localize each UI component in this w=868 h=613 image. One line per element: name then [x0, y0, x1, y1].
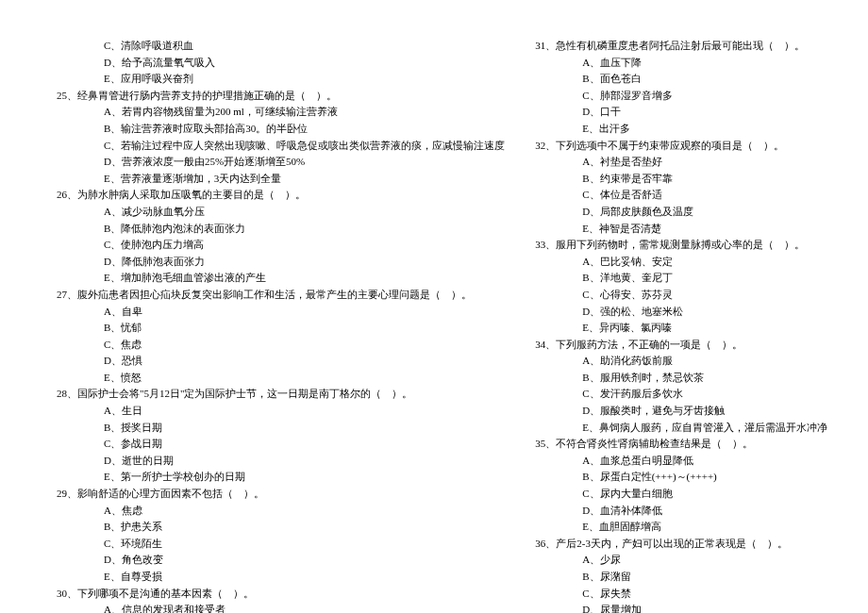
option-line: C、心得安、苏芬灵: [535, 287, 836, 304]
option-line: C、尿失禁: [535, 586, 836, 603]
option-line: B、输注营养液时应取头部抬高30。的半卧位: [57, 121, 505, 138]
option-line: D、角色改变: [57, 552, 505, 569]
question-line: 26、为肺水肿病人采取加压吸氧的主要目的是（ ）。: [57, 187, 505, 204]
option-line: A、血浆总蛋白明显降低: [535, 453, 836, 470]
option-line: D、给予高流量氧气吸入: [57, 55, 505, 72]
option-line: C、尿内大量白细胞: [535, 486, 836, 503]
option-line: E、神智是否清楚: [535, 221, 836, 238]
option-line: D、尿量增加: [535, 602, 836, 613]
option-line: C、肺部湿罗音增多: [535, 88, 836, 105]
option-line: B、忧郁: [57, 320, 505, 337]
option-line: E、自尊受损: [57, 569, 505, 586]
option-line: E、第一所护士学校创办的日期: [57, 469, 505, 486]
question-line: 32、下列选项中不属于约束带应观察的项目是（ ）。: [535, 138, 836, 155]
option-line: E、出汗多: [535, 121, 836, 138]
left-column: C、清除呼吸道积血D、给予高流量氧气吸入E、应用呼吸兴奋剂25、经鼻胃管进行肠内…: [57, 38, 505, 613]
option-line: C、发汗药服后多饮水: [535, 386, 836, 403]
option-line: B、尿蛋白定性(+++)～(++++): [535, 469, 836, 486]
option-line: B、护患关系: [57, 519, 505, 536]
option-line: E、异丙嗪、氯丙嗪: [535, 320, 836, 337]
option-line: D、营养液浓度一般由25%开始逐渐增至50%: [57, 154, 505, 171]
option-line: A、衬垫是否垫好: [535, 154, 836, 171]
option-line: A、少尿: [535, 552, 836, 569]
question-line: 34、下列服药方法，不正确的一项是（ ）。: [535, 337, 836, 354]
option-line: B、降低肺泡内泡沫的表面张力: [57, 221, 505, 238]
option-line: A、自卑: [57, 304, 505, 321]
option-line: A、巴比妥钠、安定: [535, 254, 836, 271]
option-line: C、参战日期: [57, 436, 505, 453]
option-line: C、焦虑: [57, 337, 505, 354]
option-line: C、体位是否舒适: [535, 187, 836, 204]
option-line: E、血胆固醇增高: [535, 519, 836, 536]
question-line: 30、下列哪项不是沟通的基本因素（ ）。: [57, 586, 505, 603]
option-line: D、强的松、地塞米松: [535, 304, 836, 321]
option-line: D、局部皮肤颜色及温度: [535, 204, 836, 221]
option-line: E、营养液量逐渐增加，3天内达到全量: [57, 171, 505, 188]
right-column: 31、急性有机磷重度患者阿托品注射后最可能出现（ ）。A、血压下降B、面色苍白C…: [535, 38, 836, 613]
option-line: A、助消化药饭前服: [535, 353, 836, 370]
option-line: E、增加肺泡毛细血管渗出液的产生: [57, 270, 505, 287]
option-line: B、洋地黄、奎尼丁: [535, 270, 836, 287]
option-line: D、逝世的日期: [57, 453, 505, 470]
option-line: B、尿潴留: [535, 569, 836, 586]
option-line: E、应用呼吸兴奋剂: [57, 71, 505, 88]
question-line: 29、影响舒适的心理方面因素不包括（ ）。: [57, 486, 505, 503]
option-line: A、生日: [57, 403, 505, 420]
option-line: B、授奖日期: [57, 420, 505, 437]
question-line: 31、急性有机磷重度患者阿托品注射后最可能出现（ ）。: [535, 38, 836, 55]
option-line: E、鼻饲病人服药，应自胃管灌入，灌后需温开水冲净: [535, 420, 836, 437]
option-line: B、约束带是否牢靠: [535, 171, 836, 188]
option-line: D、口干: [535, 104, 836, 121]
option-line: D、血清补体降低: [535, 503, 836, 520]
option-line: C、使肺泡内压力增高: [57, 237, 505, 254]
option-line: C、环境陌生: [57, 536, 505, 553]
option-line: A、信息的发现者和接受者: [57, 602, 505, 613]
question-line: 33、服用下列药物时，需常规测量脉搏或心率的是（ ）。: [535, 237, 836, 254]
option-line: A、减少动脉血氧分压: [57, 204, 505, 221]
question-line: 28、国际护士会将"5月12日"定为国际护士节，这一日期是南丁格尔的（ ）。: [57, 386, 505, 403]
option-line: D、降低肺泡表面张力: [57, 254, 505, 271]
option-line: B、面色苍白: [535, 71, 836, 88]
question-line: 27、腹外疝患者因担心疝块反复突出影响工作和生活，最常产生的主要心理问题是（ ）…: [57, 287, 505, 304]
option-line: E、愤怒: [57, 370, 505, 387]
question-line: 36、产后2-3天内，产妇可以出现的正常表现是（ ）。: [535, 536, 836, 553]
option-line: C、若输注过程中应人突然出现咳嗽、呼吸急促或咳出类似营养液的痰，应减慢输注速度: [57, 138, 505, 155]
option-line: A、焦虑: [57, 503, 505, 520]
question-line: 25、经鼻胃管进行肠内营养支持的护理措施正确的是（ ）。: [57, 88, 505, 105]
option-line: D、恐惧: [57, 353, 505, 370]
option-line: A、血压下降: [535, 55, 836, 72]
option-line: D、服酸类时，避免与牙齿接触: [535, 403, 836, 420]
option-line: A、若胃内容物残留量为200 ml，可继续输注营养液: [57, 104, 505, 121]
page-container: C、清除呼吸道积血D、给予高流量氧气吸入E、应用呼吸兴奋剂25、经鼻胃管进行肠内…: [57, 38, 811, 613]
option-line: C、清除呼吸道积血: [57, 38, 505, 55]
question-line: 35、不符合肾炎性肾病辅助检查结果是（ ）。: [535, 436, 836, 453]
option-line: B、服用铁剂时，禁忌饮茶: [535, 370, 836, 387]
